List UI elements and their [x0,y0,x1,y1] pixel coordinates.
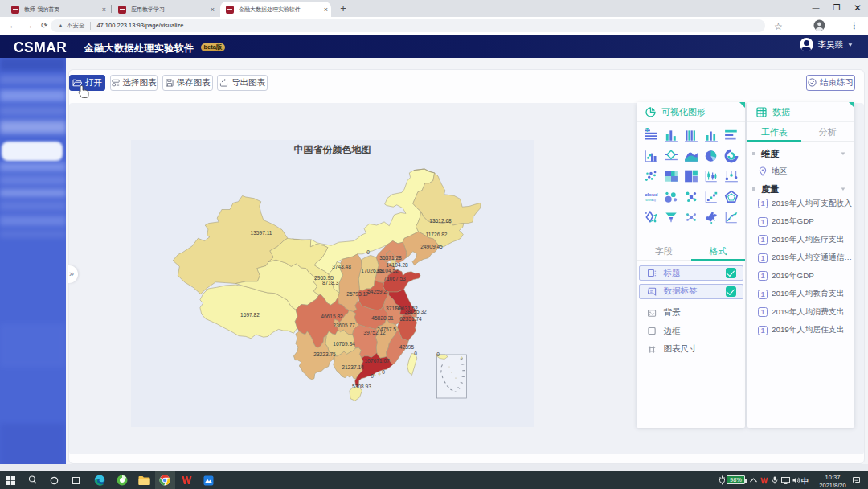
sidebar-active-item[interactable] [2,142,63,161]
measure-item[interactable]: 12019年人均医疗支出 [747,232,854,248]
window-restore-button[interactable]: ❐ [826,0,847,17]
tray-expand-caret-icon[interactable] [750,478,757,483]
measure-item[interactable]: 12015年GDP [747,214,854,230]
map-label-四川: 46615.82 [321,314,343,319]
format-option-5[interactable]: 图表尺寸 [639,342,743,357]
browser-profile-icon[interactable] [813,19,825,33]
browser-tab-2[interactable]: 应用教学学习 × [113,2,218,17]
chart-type-step-icon[interactable] [704,190,719,204]
tab-worksheet[interactable]: 工作表 [747,122,801,141]
new-tab-button[interactable]: + [337,2,350,15]
chart-type-pie-icon[interactable] [704,149,719,163]
finish-practice-button[interactable]: 结束练习 [806,75,855,91]
measures-section-header[interactable]: 度量 ▼ [747,182,854,196]
wps-tray-icon[interactable] [760,477,768,484]
file-explorer-icon[interactable] [138,475,150,486]
user-menu[interactable]: 李昊燚 ▼ [800,38,854,51]
browser-menu-icon[interactable]: ⋮ [850,21,858,30]
province-台湾[interactable]: 台湾 [407,354,417,376]
notification-center-icon[interactable] [853,476,862,484]
left-sidebar[interactable] [0,58,66,471]
power-plug-icon [718,475,727,485]
browser-360-icon[interactable] [117,475,128,486]
wps-office-icon[interactable] [182,475,192,485]
china-choropleth-map[interactable]: 内蒙古新疆西藏青海甘肃黑龙江吉林辽宁河北山西陕西宁夏山东河南四川重庆湖北安徽江苏… [131,140,534,427]
blue-app-icon[interactable] [203,475,214,486]
tab-analysis[interactable]: 分析 [801,122,855,141]
task-view-icon[interactable] [72,476,80,485]
ime-indicator[interactable]: 中 [801,476,809,487]
format-option-2[interactable]: 数据标签 [639,284,743,299]
window-minimize-button[interactable]: — [805,0,826,17]
reload-icon[interactable]: ⟳ [41,21,47,30]
chart-type-funnel-icon[interactable] [664,210,678,224]
export-chart-button[interactable]: 导出图表 [217,75,268,92]
chart-type-combo-icon[interactable] [644,149,658,163]
measure-item[interactable]: 12019年人均可支配收入 [747,195,854,212]
checkbox-checked[interactable] [726,286,736,297]
chart-type-area-icon[interactable] [684,149,698,163]
tab-fields[interactable]: 字段 [637,241,691,260]
tab-close-icon[interactable]: × [99,6,109,14]
chart-type-donut-icon[interactable] [724,149,739,163]
back-icon[interactable]: ← [9,21,17,30]
bookmark-star-icon[interactable]: ☆ [774,21,783,32]
measure-item[interactable]: 12019年人均交通通信… [747,250,854,266]
sidebar-blurred-item [0,230,66,238]
measure-item[interactable]: 12019年人均教育支出 [747,286,854,302]
chart-type-bar-icon[interactable] [664,128,678,142]
chart-type-table-icon[interactable]: T [644,128,658,142]
taskbar-search-icon[interactable] [28,475,37,484]
display-icon[interactable] [781,477,790,484]
chart-type-heatmap-icon[interactable] [664,169,678,183]
tab-format[interactable]: 格式 [691,241,746,260]
browser-tab-active[interactable]: 金融大数据处理实验软件 × [220,2,331,17]
measure-item[interactable]: 12019年人均消费支出 [747,304,854,320]
format-option-4[interactable]: 边框 [639,323,743,339]
select-chart-button[interactable]: 选择图表 [110,75,158,92]
url-input[interactable]: ▲ 不安全 47.100.223.13:93/page/visualize [51,19,765,32]
chart-type-kline-diamond-icon[interactable] [664,149,678,163]
tab-close-icon[interactable]: × [321,6,331,14]
checkbox-checked[interactable] [726,268,736,278]
chart-type-scatter-icon[interactable] [644,169,658,183]
measure-item[interactable]: 12019年GDP [747,268,854,284]
chart-type-wordcloud-icon[interactable]: cloudwordtag [644,190,658,204]
window-close-button[interactable]: ✕ [847,0,868,17]
measure-item[interactable]: 12019年人均居住支出 [747,323,854,339]
format-option-3[interactable]: 背景 [639,306,743,321]
chart-type-rose-icon[interactable] [644,210,658,224]
province-澳门[interactable] [374,374,375,376]
format-option-label: 数据标签 [664,286,698,297]
sidebar-blurred-item [0,216,66,226]
forward-icon[interactable]: → [25,21,33,30]
chart-type-trend-icon[interactable] [724,210,739,224]
battery-indicator[interactable]: 98% [727,475,745,484]
edge-browser-icon[interactable] [94,475,105,486]
taskbar-clock[interactable]: 10:372021/8/20 [814,474,851,489]
chart-type-treemap-icon[interactable] [684,169,698,183]
chart-type-column-icon[interactable] [704,128,719,142]
dimensions-section-header[interactable]: 维度 ▼ [747,146,854,161]
province-香港[interactable] [379,373,381,376]
chart-type-bubble-icon[interactable] [664,190,678,204]
dimension-item-region[interactable]: 地区 [747,163,854,179]
browser-tab-1[interactable]: 教师-我的首页 × [6,2,109,17]
format-option-1[interactable]: 标题 [639,265,743,281]
microphone-icon[interactable] [772,476,778,484]
save-chart-button[interactable]: 保存图表 [162,75,213,92]
speaker-icon[interactable] [792,476,800,484]
windows-start-icon[interactable] [6,476,15,485]
chart-type-droplines-icon[interactable] [724,169,739,183]
chart-type-hbar-icon[interactable] [724,128,739,142]
chart-type-histogram-icon[interactable] [684,128,698,142]
chart-type-china-map-icon[interactable] [704,210,719,224]
chart-type-polygon-icon[interactable] [724,190,739,204]
tab-close-icon[interactable]: × [207,6,218,14]
chart-type-flower-icon[interactable] [684,210,698,224]
chart-type-graph-icon[interactable] [684,190,698,204]
province-海南[interactable]: 海南 [350,387,362,401]
chrome-browser-icon[interactable] [159,475,170,486]
cortana-icon[interactable] [50,476,59,485]
chart-type-candlestick-icon[interactable] [704,169,719,183]
